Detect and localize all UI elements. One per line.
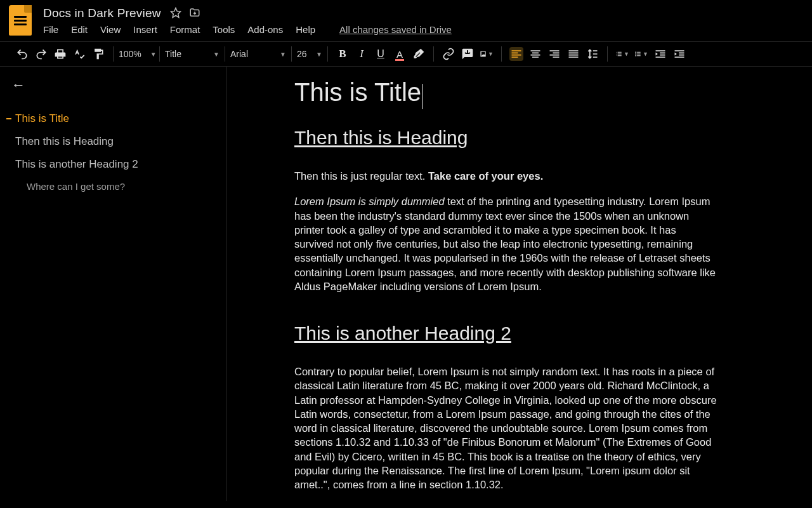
underline-button[interactable]: U [374, 47, 388, 61]
title-bar: Docs in Dark Preview File Edit View Inse… [0, 0, 812, 41]
svg-point-2 [635, 53, 636, 55]
heading-text[interactable]: This is another Heading 2 [294, 323, 717, 344]
bulleted-list-button[interactable]: ▼ [634, 47, 648, 61]
numbered-list-button[interactable]: ▼ [615, 47, 629, 61]
chevron-down-icon: ▼ [280, 51, 286, 58]
insert-comment-icon[interactable] [461, 47, 475, 61]
menu-edit[interactable]: Edit [71, 24, 88, 35]
paragraph-text[interactable]: Contrary to popular belief, Lorem Ipsum … [294, 364, 717, 491]
paragraph-text[interactable]: Then this is just regular text. Take car… [294, 169, 717, 183]
spellcheck-icon[interactable] [72, 47, 86, 61]
outline-item[interactable]: Then this is Heading [6, 130, 220, 153]
move-to-folder-icon[interactable] [189, 7, 200, 20]
undo-icon[interactable] [15, 47, 29, 61]
align-left-button[interactable] [509, 47, 523, 61]
print-icon[interactable] [53, 47, 67, 61]
chevron-down-icon: ▼ [213, 51, 219, 58]
chevron-down-icon: ▼ [316, 51, 322, 58]
highlight-color-button[interactable] [412, 47, 426, 61]
saved-in-drive-status[interactable]: All changes saved in Drive [339, 24, 452, 35]
toolbar: 100% ▼ Title ▼ Arial ▼ 26 ▼ B I U A ▼ ▼ … [0, 41, 812, 67]
font-family-select[interactable]: Arial ▼ [226, 49, 290, 59]
star-icon[interactable] [170, 7, 181, 20]
zoom-value: 100% [119, 49, 141, 59]
menu-help[interactable]: Help [296, 24, 315, 35]
paint-format-icon[interactable] [91, 47, 105, 61]
document-title-input[interactable]: Docs in Dark Preview [43, 6, 161, 20]
paragraph-text[interactable]: Lorem Ipsum is simply dummied text of th… [294, 194, 717, 293]
paragraph-style-select[interactable]: Title ▼ [161, 49, 223, 59]
increase-indent-button[interactable] [672, 47, 686, 61]
menu-format[interactable]: Format [170, 24, 200, 35]
chevron-down-icon: ▼ [643, 51, 648, 57]
chevron-down-icon: ▼ [150, 51, 157, 58]
bold-button[interactable]: B [336, 47, 350, 61]
italic-button[interactable]: I [355, 47, 369, 61]
line-spacing-button[interactable] [586, 47, 599, 61]
redo-icon[interactable] [34, 47, 48, 61]
menu-tools[interactable]: Tools [213, 24, 235, 35]
zoom-select[interactable]: 100% ▼ [115, 49, 158, 59]
menu-addons[interactable]: Add-ons [247, 24, 283, 35]
title-text[interactable]: This is Title [294, 78, 422, 107]
svg-point-1 [635, 51, 636, 53]
paragraph-style-value: Title [165, 49, 181, 59]
text-color-button[interactable]: A [393, 47, 407, 61]
svg-point-3 [635, 55, 636, 57]
text-cursor [422, 84, 422, 109]
font-size-value: 26 [297, 49, 307, 59]
decrease-indent-button[interactable] [653, 47, 667, 61]
align-center-button[interactable] [528, 47, 542, 61]
svg-marker-0 [171, 8, 180, 17]
outline-item[interactable]: This is Title [6, 107, 220, 130]
outline-item[interactable]: This is another Heading 2 [6, 153, 220, 176]
heading-text[interactable]: Then this is Heading [294, 127, 717, 149]
menu-insert[interactable]: Insert [133, 24, 157, 35]
menu-file[interactable]: File [43, 24, 58, 35]
align-justify-button[interactable] [566, 47, 580, 61]
close-outline-icon[interactable]: ← [6, 76, 220, 107]
outline-item[interactable]: Where can I get some? [6, 176, 220, 197]
docs-logo-icon[interactable] [9, 5, 32, 36]
font-family-value: Arial [230, 49, 248, 59]
menu-view[interactable]: View [100, 24, 121, 35]
chevron-down-icon: ▼ [488, 51, 494, 57]
document-outline: ← This is Title Then this is Heading Thi… [0, 67, 227, 501]
insert-image-icon[interactable]: ▼ [480, 47, 494, 61]
menu-bar: File Edit View Insert Format Tools Add-o… [43, 20, 803, 41]
chevron-down-icon: ▼ [624, 51, 629, 57]
document-canvas[interactable]: This is Title Then this is Heading Then … [227, 67, 812, 501]
font-size-select[interactable]: 26 ▼ [293, 49, 326, 59]
insert-link-icon[interactable] [442, 47, 455, 61]
align-right-button[interactable] [547, 47, 561, 61]
